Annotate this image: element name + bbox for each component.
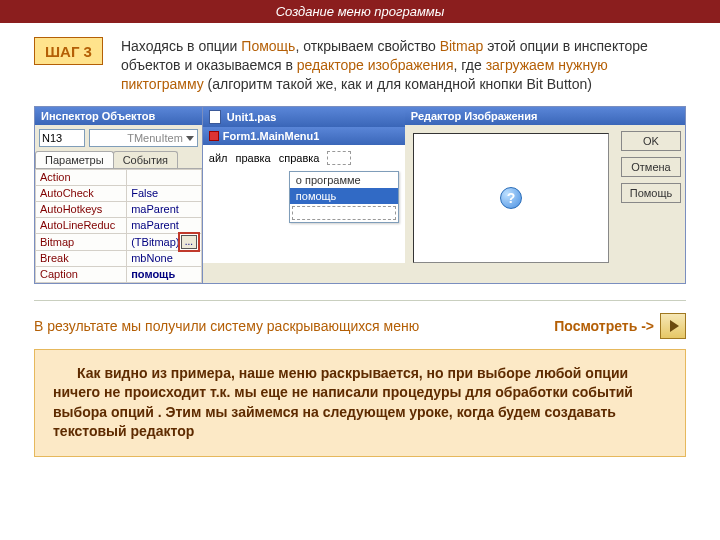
prop-key: AutoLineReduc	[36, 217, 127, 233]
prop-val-bitmap[interactable]: (TBitmap) ...	[127, 233, 202, 250]
dropdown-placeholder[interactable]	[292, 206, 396, 220]
prop-val[interactable]: maParent	[127, 217, 202, 233]
prop-key: Bitmap	[36, 233, 127, 250]
menu-edit[interactable]: правка	[236, 152, 271, 164]
menu-placeholder[interactable]	[327, 151, 351, 165]
prop-key: Caption	[36, 266, 127, 282]
image-editor-panel: Редактор Изображения ? OK Отмена Помощь	[405, 106, 686, 284]
ide-tab-bar: Unit1.pas	[203, 107, 405, 127]
result-text: В результате мы получили систему раскрыв…	[34, 318, 419, 334]
table-row: Action	[36, 169, 202, 185]
object-type-combo[interactable]: TMenuItem	[89, 129, 198, 147]
object-inspector-panel: Инспектор Объектов TMenuItem Параметры С…	[34, 106, 203, 284]
ellipsis-button[interactable]: ...	[181, 235, 197, 249]
intro-hl-editor: редакторе изображения	[297, 57, 454, 73]
prop-val[interactable]	[127, 169, 202, 185]
unit-tab[interactable]: Unit1.pas	[227, 111, 277, 123]
image-canvas: ?	[413, 133, 609, 263]
note-box: Как видно из примера, наше меню раскрыва…	[34, 349, 686, 457]
table-row: Captionпомощь	[36, 266, 202, 282]
prop-key: Break	[36, 250, 127, 266]
ok-button[interactable]: OK	[621, 131, 681, 151]
see-link[interactable]: Посмотреть ->	[554, 313, 686, 339]
object-inspector-title: Инспектор Объектов	[35, 107, 202, 125]
page-title: Создание меню программы	[0, 0, 720, 23]
dropdown-menu: о программе помощь	[289, 171, 399, 223]
table-row: AutoLineReducmaParent	[36, 217, 202, 233]
step-badge: ШАГ 3	[34, 37, 103, 65]
intro-t2: , открываем свойство	[295, 38, 439, 54]
play-icon[interactable]	[660, 313, 686, 339]
prop-key: AutoHotkeys	[36, 201, 127, 217]
ide-panel: Unit1.pas Form1.MainMenu1 айл правка спр…	[203, 106, 405, 284]
menu-file[interactable]: айл	[209, 152, 228, 164]
table-row: BreakmbNone	[36, 250, 202, 266]
tab-params[interactable]: Параметры	[35, 151, 114, 168]
mainmenu-caption: Form1.MainMenu1	[223, 130, 320, 142]
dropdown-item-help[interactable]: помощь	[290, 188, 398, 204]
prop-val[interactable]: False	[127, 185, 202, 201]
divider	[34, 300, 686, 301]
intro-hl-bitmap: Bitmap	[440, 38, 484, 54]
intro-paragraph: Находясь в опции Помощь, открываем свойс…	[121, 37, 686, 94]
question-icon: ?	[500, 187, 522, 209]
prop-key: Action	[36, 169, 127, 185]
table-row: AutoCheckFalse	[36, 185, 202, 201]
bitmap-text: (TBitmap)	[131, 236, 179, 248]
intro-t4: , где	[454, 57, 486, 73]
app-icon	[209, 131, 219, 141]
cancel-button[interactable]: Отмена	[621, 157, 681, 177]
intro-hl-help: Помощь	[241, 38, 295, 54]
dropdown-item-about[interactable]: о программе	[290, 172, 398, 188]
content-area: ШАГ 3 Находясь в опции Помощь, открываем…	[0, 23, 720, 467]
composite-screenshot: Инспектор Объектов TMenuItem Параметры С…	[34, 106, 686, 284]
menu-help[interactable]: справка	[279, 152, 320, 164]
intro-t5: (алгоритм такой же, как и для командной …	[204, 76, 592, 92]
menu-bar: айл правка справка	[209, 149, 399, 171]
note-text: Как видно из примера, наше меню раскрыва…	[53, 364, 667, 442]
prop-val[interactable]: maParent	[127, 201, 202, 217]
table-row: AutoHotkeysmaParent	[36, 201, 202, 217]
mainmenu-designer-title: Form1.MainMenu1	[203, 127, 405, 145]
image-editor-title: Редактор Изображения	[405, 107, 685, 125]
table-row-bitmap: Bitmap (TBitmap) ...	[36, 233, 202, 250]
property-grid: Action AutoCheckFalse AutoHotkeysmaParen…	[35, 169, 202, 283]
see-label: Посмотреть ->	[554, 318, 654, 334]
prop-val[interactable]: mbNone	[127, 250, 202, 266]
prop-key: AutoCheck	[36, 185, 127, 201]
file-icon	[209, 110, 221, 124]
help-button[interactable]: Помощь	[621, 183, 681, 203]
object-name-input[interactable]	[39, 129, 85, 147]
prop-val[interactable]: помощь	[127, 266, 202, 282]
intro-t1: Находясь в опции	[121, 38, 241, 54]
tab-events[interactable]: События	[113, 151, 178, 168]
